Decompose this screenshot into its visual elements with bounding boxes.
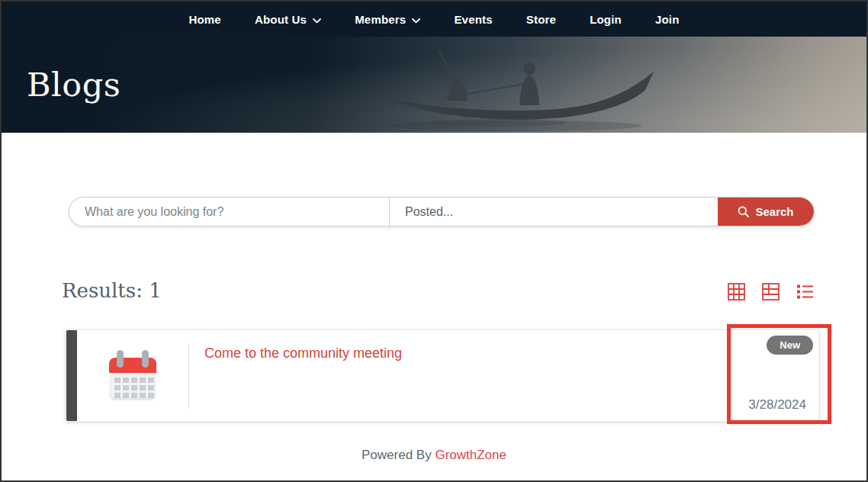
top-navigation: Home About Us Members Events Store Login… [2,2,866,37]
post-date: 3/28/2024 [748,397,806,413]
results-row: Results: 1 [62,279,815,302]
table-view-icon[interactable] [761,282,780,301]
nav-item-about-us[interactable]: About Us [255,13,321,26]
footer: Powered By GrowthZone [2,448,866,463]
card-meta-column: New 3/28/2024 [687,330,818,421]
view-toggles [727,282,815,301]
nav-item-label: About Us [255,13,307,26]
list-view-icon[interactable] [796,282,815,301]
card-accent-strip [66,330,77,421]
growthzone-link[interactable]: GrowthZone [435,448,506,462]
nav-item-label: Members [355,13,406,26]
hero-banner: Blogs [2,37,866,133]
nav-item-members[interactable]: Members [355,13,420,26]
canoe-fishermen-image [360,50,680,131]
powered-by-label: Powered By [362,448,432,462]
blogs-page: Home About Us Members Events Store Login… [0,0,868,482]
nav-item-events[interactable]: Events [454,13,492,26]
search-button-label: Search [755,205,793,218]
nav-item-login[interactable]: Login [590,13,622,26]
grid-view-icon[interactable] [727,282,746,301]
search-bar: Search [69,197,815,227]
calendar-icon [77,330,188,421]
search-input[interactable] [69,198,389,226]
search-button[interactable]: Search [718,198,814,226]
nav-item-store[interactable]: Store [526,13,556,26]
chevron-down-icon [412,13,420,26]
blog-post-link[interactable]: Come to the community meeting [204,345,402,361]
blog-result-card: Come to the community meeting New 3/28/2… [66,329,819,422]
nav-item-join[interactable]: Join [655,13,680,26]
chevron-down-icon [313,13,321,26]
results-count-heading: Results: 1 [62,279,162,302]
page-title: Blogs [27,69,121,101]
magnifier-icon [738,206,749,217]
title-wrap: Come to the community meeting [189,330,687,421]
posted-date-input[interactable] [390,198,718,226]
new-badge: New [767,336,813,355]
card-content: Come to the community meeting New 3/28/2… [77,330,818,421]
nav-item-home[interactable]: Home [188,13,220,26]
